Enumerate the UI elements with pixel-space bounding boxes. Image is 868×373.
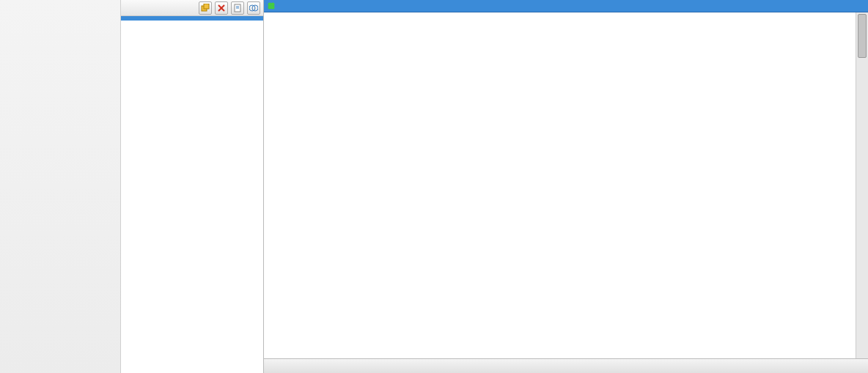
thread-tree-panel (264, 0, 868, 373)
record-dump-button[interactable] (199, 1, 212, 15)
tree-body[interactable] (264, 12, 868, 358)
copy-dump-button[interactable] (231, 1, 244, 15)
dumps-list[interactable] (121, 16, 263, 373)
status-bar (264, 358, 868, 373)
clover-icon (267, 1, 276, 10)
svg-point-12 (271, 6, 275, 10)
scrollbar-thumb[interactable] (858, 14, 867, 58)
dumps-header (121, 0, 263, 16)
tree-header[interactable] (264, 0, 868, 12)
delete-dump-button[interactable] (215, 1, 228, 15)
sidebar (0, 0, 121, 373)
diff-dump-button[interactable] (247, 1, 260, 15)
thread-dumps-panel (121, 0, 264, 373)
svg-rect-1 (204, 4, 209, 9)
dump-item[interactable] (121, 16, 263, 21)
vertical-scrollbar[interactable] (856, 12, 868, 358)
